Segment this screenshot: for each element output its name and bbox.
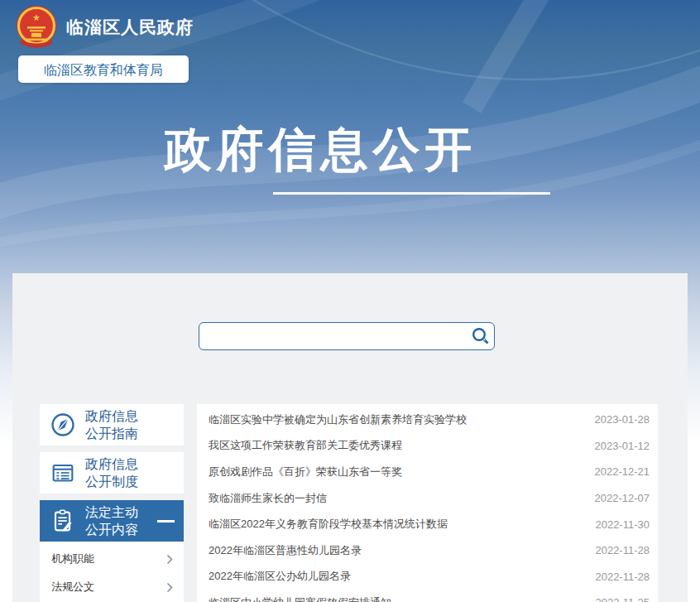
news-link[interactable]: 临淄区实验中学被确定为山东省创新素养培育实验学校 [209,412,467,427]
news-row-clipped: 临淄区中小学幼儿园寒假放假安排通知 2022-11-25 [209,590,650,602]
news-row: 临淄区2022年义务教育阶段学校基本情况统计数据 2022-11-30 [209,511,650,537]
news-link[interactable]: 临淄区中小学幼儿园寒假放假安排通知 [209,595,391,602]
sidebar-item-label: 政府信息 公开制度 [85,455,138,490]
news-date: 2022-12-21 [595,465,650,478]
collapse-indicator-icon [157,520,175,523]
sidebar-item-label: 政府信息 公开指南 [85,407,138,442]
news-date: 2022-11-28 [595,571,650,583]
news-link[interactable]: 2022年临淄区普惠性幼儿园名录 [209,543,362,558]
sidebar-submenu: 机构职能 法规公文 [40,542,184,602]
title-underline [273,192,550,195]
search-box [199,322,495,350]
search-icon [471,326,491,346]
sidebar-item-disclosure-system[interactable]: 政府信息 公开制度 [40,452,184,494]
news-date: 2023-01-12 [595,440,650,452]
submenu-item-agency-functions[interactable]: 机构职能 [40,545,184,573]
news-link[interactable]: 我区这项工作荣获教育部关工委优秀课程 [209,438,402,453]
chevron-right-icon [166,582,173,593]
submenu-item-regulations[interactable]: 法规公文 [40,573,184,601]
news-link[interactable]: 致临淄师生家长的一封信 [209,491,327,506]
news-row: 2022年临淄区普惠性幼儿园名录 2022-11-28 [209,537,650,564]
china-national-emblem-icon: ★ [15,5,58,49]
news-row: 原创戏剧作品《百折》荣获山东省一等奖 2022-12-21 [209,459,650,485]
content-panel: 政府信息 公开指南 政府信息 公开制度 [12,273,688,602]
sidebar-item-disclosure-guide[interactable]: 政府信息 公开指南 [40,404,184,445]
news-date: 2022-11-28 [595,544,650,556]
news-date: 2022-11-30 [595,518,650,531]
news-list: 临淄区实验中学被确定为山东省创新素养培育实验学校 2023-01-28 我区这项… [197,404,658,602]
news-date: 2023-01-28 [595,413,650,426]
chevron-right-icon [166,554,173,565]
news-link[interactable]: 2022年临淄区公办幼儿园名录 [209,569,351,584]
news-row: 临淄区实验中学被确定为山东省创新素养培育实验学校 2023-01-28 [209,407,650,433]
page-title: 政府信息公开 [0,118,641,182]
document-list-icon [49,459,77,487]
news-link[interactable]: 原创戏剧作品《百折》荣获山东省一等奖 [209,465,402,479]
search-input[interactable] [199,322,495,350]
news-date: 2022-11-25 [595,596,650,602]
news-date: 2022-12-07 [595,492,650,504]
compass-icon [49,411,77,439]
site-name: 临淄区人民政府 [66,16,194,39]
news-link[interactable]: 临淄区2022年义务教育阶段学校基本情况统计数据 [209,517,448,532]
search-button[interactable] [470,326,491,346]
clipboard-pencil-icon [49,507,77,535]
news-row: 致临淄师生家长的一封信 2022-12-07 [209,485,650,512]
news-row: 我区这项工作荣获教育部关工委优秀课程 2023-01-12 [209,433,650,460]
svg-text:★: ★ [32,12,41,22]
sidebar-item-label: 法定主动 公开内容 [85,503,138,538]
department-button[interactable]: 临淄区教育和体育局 [18,55,189,83]
news-row: 2022年临淄区公办幼儿园名录 2022-11-28 [209,564,650,590]
sidebar-item-statutory-disclosure[interactable]: 法定主动 公开内容 [40,500,184,542]
sidebar-menu: 政府信息 公开指南 政府信息 公开制度 [40,404,184,602]
